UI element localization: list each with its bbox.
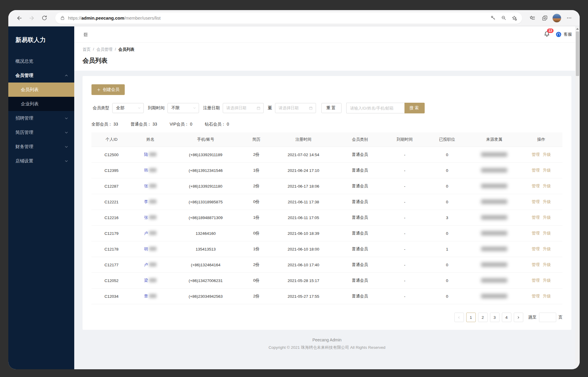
cell-resumes[interactable]: 1份 (242, 241, 271, 257)
scroll-up-arrow[interactable] (575, 26, 580, 31)
page-button-2[interactable]: 2 (478, 313, 488, 322)
upgrade-link[interactable]: 升级 (543, 215, 551, 220)
scrollbar-thumb[interactable] (576, 31, 579, 76)
register-date-start-input[interactable]: 请选择日期 (223, 103, 264, 113)
manage-link[interactable]: 管理 (532, 152, 540, 157)
upgrade-link[interactable]: 升级 (543, 247, 551, 251)
manage-link[interactable]: 管理 (532, 294, 540, 298)
manage-link[interactable]: 管理 (532, 231, 540, 235)
cell-expire: - (383, 210, 426, 226)
member-type-select[interactable]: 全部 (112, 103, 144, 113)
next-page-button[interactable] (514, 313, 523, 322)
sidebar-item-member-management[interactable]: 会员管理 (8, 68, 74, 83)
favorites-bar-button[interactable] (527, 13, 537, 23)
cell-resumes[interactable]: 0份 (242, 194, 271, 210)
header-name: 姓名 (132, 132, 169, 147)
member-name-link[interactable]: 李 (144, 199, 148, 204)
chevron-down-icon (64, 159, 68, 163)
member-name-link[interactable]: 胡 (144, 247, 148, 251)
expire-time-select[interactable]: 不限 (167, 103, 199, 113)
manage-link[interactable]: 管理 (532, 184, 540, 188)
sidebar-item-member-list[interactable]: 会员列表 (8, 83, 74, 97)
upgrade-link[interactable]: 升级 (543, 152, 551, 157)
cell-source (468, 210, 520, 226)
sidebar-item-overview[interactable]: 概况总览 (8, 54, 74, 68)
cell-resumes[interactable]: 2份 (242, 257, 271, 273)
sidebar-item-shop-settings[interactable]: 店铺设置 (8, 154, 74, 168)
lock-icon[interactable] (60, 15, 65, 20)
member-name-link[interactable]: 卢 (144, 262, 148, 267)
cell-resumes[interactable]: 0份 (242, 273, 271, 289)
upgrade-link[interactable]: 升级 (543, 231, 551, 235)
page-button-4[interactable]: 4 (502, 313, 511, 322)
register-date-end-input[interactable]: 请选择日期 (275, 103, 316, 113)
page-button-3[interactable]: 3 (490, 313, 500, 322)
add-favorite-button[interactable] (510, 13, 519, 23)
notifications-button[interactable]: 13 (543, 31, 551, 38)
forward-button[interactable] (27, 13, 37, 23)
redacted-name (149, 278, 157, 282)
address-bar[interactable]: https://admin.peecang.com/member/users/l… (55, 12, 522, 24)
support-button[interactable]: 客服 (555, 31, 572, 38)
cell-resumes[interactable]: 2份 (242, 147, 271, 163)
header-personal-id: 个人ID (91, 132, 132, 147)
cell-applied-jobs: 0 (426, 147, 468, 163)
cell-resumes[interactable]: 2份 (242, 178, 271, 194)
jump-page-input[interactable] (539, 313, 556, 322)
page-scrollbar[interactable] (575, 26, 580, 369)
manage-link[interactable]: 管理 (532, 168, 540, 172)
upgrade-link[interactable]: 升级 (543, 184, 551, 188)
cell-resumes[interactable]: 1份 (242, 210, 271, 226)
redacted-source (481, 199, 507, 204)
member-name-link[interactable]: 张 (144, 184, 148, 188)
search-input[interactable] (346, 103, 404, 113)
sidebar-item-finance-management[interactable]: 财务管理 (8, 140, 74, 154)
zoom-out-icon (501, 15, 507, 21)
refresh-button[interactable] (39, 13, 49, 23)
manage-link[interactable]: 管理 (532, 278, 540, 283)
zoom-out-button[interactable] (499, 13, 508, 23)
reset-button[interactable]: 重置 (321, 103, 342, 113)
stat-vip: VIP会员：0 (170, 122, 192, 127)
manage-link[interactable]: 管理 (532, 215, 540, 220)
prev-page-button[interactable] (454, 313, 464, 322)
sidebar-item-enterprise-list[interactable]: 企业列表 (8, 97, 74, 111)
member-name-link[interactable]: 张 (144, 215, 148, 220)
back-button[interactable] (14, 13, 24, 23)
collections-button[interactable] (540, 13, 549, 23)
page-button-1[interactable]: 1 (466, 313, 476, 322)
upgrade-link[interactable]: 升级 (543, 168, 551, 172)
cell-resumes[interactable]: 1份 (242, 163, 271, 178)
manage-link[interactable]: 管理 (532, 199, 540, 204)
collapse-sidebar-button[interactable] (81, 30, 90, 39)
cell-applied-jobs: 1 (426, 241, 468, 257)
member-name-link[interactable]: 卢 (144, 231, 148, 235)
cell-expire: - (383, 194, 426, 210)
cell-resumes[interactable]: 0份 (242, 226, 271, 241)
upgrade-link[interactable]: 升级 (543, 294, 551, 298)
upgrade-link[interactable]: 升级 (543, 199, 551, 204)
upgrade-link[interactable]: 升级 (543, 278, 551, 283)
sidebar-item-resume-management[interactable]: 简历管理 (8, 125, 74, 140)
breadcrumb-current: 会员列表 (118, 47, 135, 52)
support-icon (555, 31, 562, 38)
member-name-link[interactable]: 梁 (144, 278, 148, 283)
sidebar-item-recruit-management[interactable]: 招聘管理 (8, 111, 74, 125)
cell-resumes[interactable]: 2份 (242, 289, 271, 304)
password-key-button[interactable] (488, 13, 498, 23)
breadcrumb-member-management[interactable]: 会员管理 (97, 47, 113, 52)
breadcrumb-home[interactable]: 首页 (83, 47, 91, 52)
search-button[interactable]: 搜索 (404, 103, 425, 113)
cell-personal-id: C12216 (91, 210, 132, 226)
manage-link[interactable]: 管理 (532, 262, 540, 267)
create-member-button[interactable]: 创建会员 (91, 84, 125, 95)
manage-link[interactable]: 管理 (532, 247, 540, 251)
table-row: C12395 韩 (+86)13912341546 1份 2021-06-24 … (91, 163, 562, 178)
member-name-link[interactable]: 陆 (144, 152, 148, 157)
member-name-link[interactable]: 韩 (144, 168, 148, 172)
browser-menu-button[interactable] (564, 13, 574, 23)
profile-avatar[interactable] (552, 14, 561, 23)
url-text[interactable]: https://admin.peecang.com/member/users/l… (68, 15, 488, 20)
upgrade-link[interactable]: 升级 (543, 262, 551, 267)
member-name-link[interactable]: 章 (144, 294, 148, 298)
